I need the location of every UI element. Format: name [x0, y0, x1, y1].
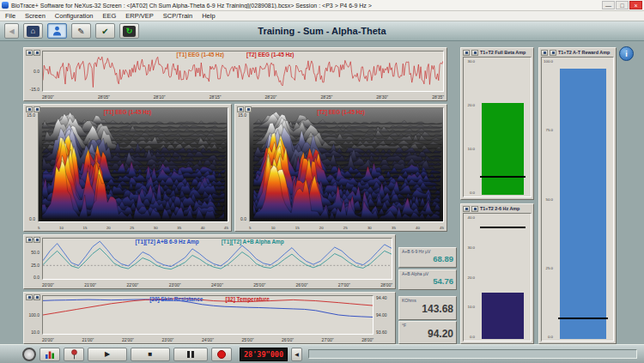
spec1-x-axis: 51015202530354045: [38, 224, 228, 230]
timeline-track[interactable]: [308, 349, 637, 359]
toolbar: ◀ ⌂ ✎ ✔ ↻ Training - Sum - Alpha-Theta: [0, 21, 644, 41]
menu-configuration[interactable]: Configuration: [55, 12, 94, 20]
sr-plot: [42, 295, 374, 335]
chart-option-icon[interactable]: [26, 50, 33, 56]
menu-file[interactable]: File: [5, 12, 15, 20]
record-icon: [217, 350, 226, 359]
statistics-button[interactable]: [39, 348, 60, 361]
bar-title: T1+T2 Full Beta Amp: [480, 50, 526, 55]
app-icon: [2, 2, 9, 9]
play-icon: ▶: [105, 350, 110, 358]
pencil-icon: ✎: [77, 27, 84, 36]
eeg-x-axis: 28'00"28'05"28'10"28'15"28'20"28'25"28'3…: [42, 94, 444, 100]
scroll-left-button[interactable]: ◀: [291, 348, 302, 361]
chart-option-icon[interactable]: [245, 106, 252, 112]
menubar: File Screen Configuration EEG ERP/VEP SC…: [0, 11, 644, 21]
menu-eeg[interactable]: EEG: [102, 12, 116, 20]
minimize-button[interactable]: —: [602, 1, 615, 9]
back-button[interactable]: ◀: [4, 23, 19, 39]
pause-button[interactable]: [173, 348, 208, 361]
client-button[interactable]: [47, 23, 67, 39]
panel-2-6hz-bar: T1+T2 2-6 Hz Amp 40.030.020.010.00.0: [460, 203, 534, 344]
spec2-x-axis: 51015202530354045: [249, 224, 444, 230]
chart-option-icon[interactable]: [237, 106, 244, 112]
confirm-button[interactable]: ✔: [95, 23, 115, 39]
play-button[interactable]: ▶: [88, 348, 127, 361]
window-title: BioTrace+ Software for NeXus-32 Screen :…: [11, 3, 602, 9]
panel-full-beta-bar: T1+T2 Full Beta Amp 30.020.010.00.0: [460, 47, 534, 200]
eeg-y-axis: 15.00.0-15.0: [24, 51, 41, 92]
2-6hz-bar: [482, 216, 524, 339]
bar-fill: [560, 69, 606, 339]
chart-option-icon[interactable]: [33, 237, 40, 243]
display-kohms: KOhms 143.68: [398, 296, 457, 320]
stop-icon: ■: [149, 350, 153, 358]
2-6hz-plot: 40.030.020.010.00.0: [463, 213, 532, 342]
close-button[interactable]: ×: [629, 1, 642, 9]
numeric-value: 54.76: [402, 276, 453, 286]
check-icon: ✔: [101, 27, 108, 36]
full-beta-plot: 30.020.010.00.0: [463, 57, 532, 197]
panel-amp-trend: 75.050.025.00.0 [T1][T2] A+B 6-9 Hz Amp[…: [23, 234, 396, 289]
threshold-line[interactable]: [480, 227, 526, 228]
full-beta-bar: [482, 60, 524, 195]
sync-button[interactable]: ↻: [119, 23, 139, 39]
bar-y-axis: 30.020.010.00.0: [465, 59, 476, 195]
spec1-plot: [38, 107, 228, 222]
chart-option-icon[interactable]: [33, 106, 40, 112]
chart-option-icon[interactable]: [33, 294, 40, 300]
menu-erp-vep[interactable]: ERP/VEP: [125, 12, 154, 20]
panel-spectrogram-t1: 15.00.0 [T1] EEG (1-45 Hz) 5101520253035…: [23, 104, 232, 232]
chart-option-icon[interactable]: [471, 50, 478, 56]
numeric-value: 68.89: [402, 254, 453, 263]
bar-chart-icon: [45, 350, 55, 359]
stop-button[interactable]: ■: [131, 348, 170, 361]
chart-option-icon[interactable]: [26, 106, 33, 112]
info-icon[interactable]: i: [619, 46, 634, 61]
numeric-value: 94.20: [402, 328, 453, 340]
session-button[interactable]: [22, 348, 36, 361]
chart-option-icon[interactable]: [541, 50, 548, 56]
record-button[interactable]: [211, 348, 232, 361]
chart-option-icon[interactable]: [550, 50, 556, 56]
display-ab-alpha: A+B Alpha µV 54.76: [398, 269, 457, 290]
spec1-y-axis: 15.00.0: [24, 113, 37, 221]
menu-screen[interactable]: Screen: [25, 12, 46, 20]
sr-y-axis-right: 94.4094.0093.60: [374, 296, 395, 335]
chart-option-icon[interactable]: [33, 50, 40, 56]
eeg-plot: [42, 51, 444, 92]
menu-help[interactable]: Help: [202, 12, 215, 20]
bar-title: T1+T2 A-T Reward Amp: [558, 50, 610, 55]
maximize-button[interactable]: □: [616, 1, 629, 9]
home-button[interactable]: ⌂: [23, 23, 43, 39]
display-ab-69hz: A+B 6-9 Hz µV 68.89: [398, 247, 457, 268]
panel-eeg-strip: 15.00.0-15.0 [T1] EEG (1-45 Hz)[T2] EEG …: [23, 47, 447, 101]
back-icon: ◀: [9, 27, 14, 35]
amp-x-axis: 20'00"21'00"22'00"23'00"24'00"25'00"26'0…: [42, 281, 392, 287]
display-temp-f: °F 94.20: [398, 321, 457, 344]
panel-sr-temp: 190.0100.010.0 94.4094.0093.60 [29] Skin…: [23, 292, 396, 344]
chart-option-icon[interactable]: [463, 206, 470, 212]
reward-bar: [560, 60, 606, 339]
threshold-line[interactable]: [480, 176, 526, 178]
bar-y-axis: 100.075.050.025.00.0: [543, 59, 554, 339]
edit-button[interactable]: ✎: [71, 23, 91, 39]
threshold-line[interactable]: [558, 318, 608, 319]
transport-bar: ▶ ■ 28'39"000 ◀: [0, 344, 644, 363]
marker-button[interactable]: [64, 348, 84, 361]
chart-option-icon[interactable]: [26, 237, 33, 243]
panel-spectrogram-t2: 15.00.0 [T2] EEG (1-45 Hz) 5101520253035…: [234, 104, 447, 232]
person-icon: [52, 26, 62, 36]
chart-option-icon[interactable]: [463, 50, 470, 56]
sr-x-axis: 20'00"21'00"22'00"23'00"24'00"25'00"26'0…: [42, 336, 374, 342]
spec2-y-axis: 15.00.0: [235, 113, 248, 221]
spec2-plot: [249, 107, 444, 222]
amp-y-axis: 75.050.025.00.0: [24, 239, 41, 280]
numeric-value: 143.68: [402, 303, 453, 315]
chart-option-icon[interactable]: [471, 206, 478, 212]
chart-option-icon[interactable]: [26, 294, 33, 300]
menu-scp-train[interactable]: SCP/Train: [163, 12, 192, 20]
home-icon: ⌂: [27, 26, 39, 37]
sync-icon: ↻: [123, 26, 136, 37]
bar-y-axis: 40.030.020.010.00.0: [465, 215, 476, 339]
